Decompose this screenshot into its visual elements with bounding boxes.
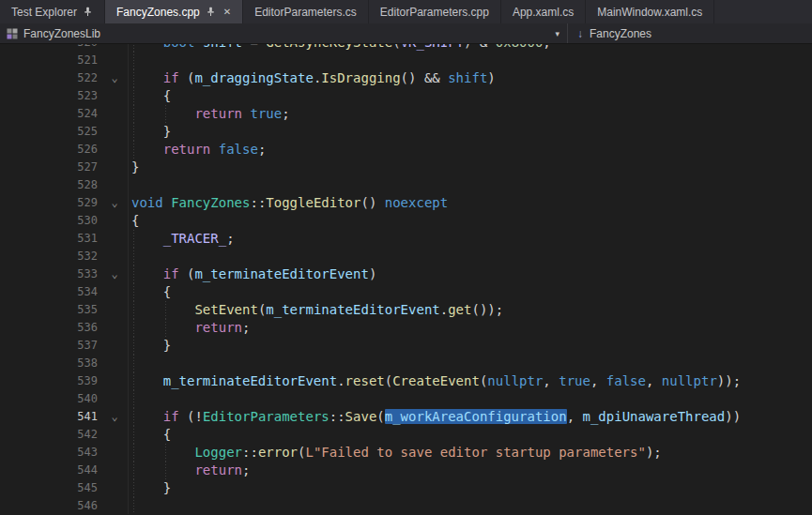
line-number: 526 (0, 141, 98, 159)
code-text[interactable]: { (131, 426, 812, 444)
tab-app-xaml-cs[interactable]: App.xaml.cs (501, 0, 586, 23)
code-text[interactable] (131, 497, 812, 514)
fold-margin (98, 141, 131, 159)
code-line-542: 542 { (0, 426, 812, 444)
pin-icon[interactable] (206, 7, 216, 17)
line-number: 543 (0, 444, 98, 462)
indent-guide (133, 372, 134, 390)
code-text[interactable] (131, 390, 812, 408)
code-line-528: 528 (0, 176, 812, 194)
code-line-539: 539 m_terminateEditorEvent.reset(CreateE… (0, 372, 812, 390)
tab-mainwindow-xaml-cs[interactable]: MainWindow.xaml.cs (586, 0, 714, 23)
code-text[interactable]: } (131, 159, 812, 176)
code-text[interactable]: m_terminateEditorEvent.reset(CreateEvent… (131, 372, 812, 390)
line-number: 525 (0, 123, 98, 141)
code-text[interactable]: if (m_draggingState.IsDragging() && shif… (131, 69, 812, 87)
line-number: 538 (0, 355, 98, 372)
tab-test-explorer[interactable]: Test Explorer (0, 0, 105, 23)
line-number: 534 (0, 283, 98, 301)
indent-guide (133, 141, 134, 159)
tab-label: EditorParameters.cs (254, 6, 357, 19)
code-text[interactable] (131, 248, 812, 265)
indent-guide (133, 105, 134, 123)
code-text[interactable] (131, 355, 812, 372)
code-text[interactable]: return; (131, 319, 812, 337)
line-number: 540 (0, 390, 98, 408)
indent-guide (133, 52, 134, 69)
indent-guide (133, 301, 134, 319)
indent-guide (165, 319, 166, 337)
code-text[interactable]: return; (131, 462, 812, 479)
line-number: 533 (0, 265, 98, 283)
indent-guide (133, 123, 134, 141)
tab-editorparameters-cpp[interactable]: EditorParameters.cpp (369, 0, 501, 23)
member-nav-icon: ↓ (577, 27, 583, 40)
indent-guide (133, 69, 134, 87)
tab-label: EditorParameters.cpp (380, 6, 489, 19)
indent-guide (133, 87, 134, 105)
fold-margin (98, 212, 131, 230)
code-text[interactable]: bool shift = GetAsyncKeyState(VK_SHIFT) … (131, 44, 812, 52)
code-text[interactable]: { (131, 212, 812, 230)
tab-editorparameters-cs[interactable]: EditorParameters.cs (243, 0, 369, 23)
code-text[interactable]: { (131, 87, 812, 105)
fold-chevron-icon[interactable]: ⌄ (98, 408, 131, 426)
code-rows: 520 bool shift = GetAsyncKeyState(VK_SHI… (0, 44, 812, 514)
line-number: 524 (0, 105, 98, 123)
code-text[interactable]: return true; (131, 105, 812, 123)
code-text[interactable]: if (!EditorParameters::Save(m_workAreaCo… (131, 408, 812, 426)
line-number: 535 (0, 301, 98, 319)
code-line-522: 522⌄ if (m_draggingState.IsDragging() &&… (0, 69, 812, 87)
code-line-543: 543 Logger::error(L"Failed to save edito… (0, 444, 812, 462)
tab-label: Test Explorer (11, 6, 77, 19)
code-text[interactable]: } (131, 479, 812, 497)
pin-icon[interactable] (83, 7, 93, 17)
code-line-546: 546 (0, 497, 812, 514)
code-line-527: 527} (0, 159, 812, 176)
line-number: 520 (0, 44, 98, 52)
line-number: 541 (0, 408, 98, 426)
project-label: FancyZonesLib (23, 27, 100, 40)
close-icon[interactable]: ✕ (222, 7, 231, 17)
tab-label: App.xaml.cs (513, 6, 574, 19)
line-number: 530 (0, 212, 98, 230)
indent-guide (133, 265, 134, 283)
code-text[interactable]: SetEvent(m_terminateEditorEvent.get()); (131, 301, 812, 319)
fold-chevron-icon[interactable]: ⌄ (98, 265, 131, 283)
line-number: 532 (0, 248, 98, 265)
indent-guide (165, 444, 166, 462)
line-number: 539 (0, 372, 98, 390)
code-text[interactable]: void FancyZones::ToggleEditor() noexcept (131, 194, 812, 212)
code-text[interactable]: return false; (131, 141, 812, 159)
code-line-545: 545 } (0, 479, 812, 497)
code-text[interactable]: } (131, 123, 812, 141)
member-dropdown[interactable]: ↓ FancyZones (568, 23, 661, 43)
indent-guide (133, 230, 134, 248)
code-text[interactable]: { (131, 283, 812, 301)
line-number: 546 (0, 497, 98, 514)
fold-margin (98, 44, 131, 52)
line-number: 536 (0, 319, 98, 337)
fold-chevron-icon[interactable]: ⌄ (98, 69, 131, 87)
fold-margin (98, 444, 131, 462)
code-text[interactable]: Logger::error(L"Failed to save editor st… (131, 444, 812, 462)
project-dropdown[interactable]: FancyZonesLib ▾ (0, 23, 567, 43)
code-text[interactable]: } (131, 337, 812, 355)
code-line-534: 534 { (0, 283, 812, 301)
code-editor[interactable]: 520 bool shift = GetAsyncKeyState(VK_SHI… (0, 44, 812, 514)
fold-margin (98, 426, 131, 444)
code-text[interactable] (131, 176, 812, 194)
code-text[interactable]: if (m_terminateEditorEvent) (131, 265, 812, 283)
tab-fancyzones-cpp[interactable]: FancyZones.cpp✕ (105, 0, 243, 23)
indent-guide (133, 426, 134, 444)
code-text[interactable]: _TRACER_; (131, 230, 812, 248)
chevron-down-icon[interactable]: ▾ (555, 29, 559, 38)
code-line-533: 533⌄ if (m_terminateEditorEvent) (0, 265, 812, 283)
code-text[interactable] (131, 52, 812, 69)
fold-margin (98, 479, 131, 497)
line-number: 544 (0, 462, 98, 479)
fold-chevron-icon[interactable]: ⌄ (98, 194, 131, 212)
fold-margin (98, 462, 131, 479)
indent-guide (165, 301, 166, 319)
tab-label: MainWindow.xaml.cs (597, 6, 702, 19)
